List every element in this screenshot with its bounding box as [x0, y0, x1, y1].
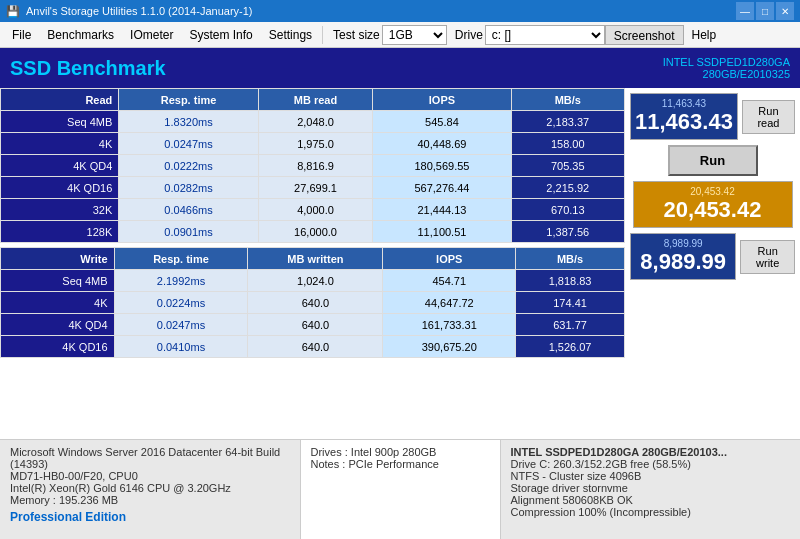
write-header-mb: MB written: [248, 248, 383, 270]
bottom-center: Drives : Intel 900p 280GB Notes : PCIe P…: [301, 440, 501, 539]
read-mbs: 158.00: [511, 133, 624, 155]
write-row-label: 4K QD4: [1, 314, 115, 336]
run-button[interactable]: Run: [668, 145, 758, 176]
read-table-row: 128K 0.0901ms 16,000.0 11,100.51 1,387.5…: [1, 221, 625, 243]
ssd-title: SSD Benchmark: [10, 57, 166, 80]
read-score-box: 11,463.43 11,463.43: [630, 93, 738, 140]
read-mbs: 2,215.92: [511, 177, 624, 199]
write-table-row: Seq 4MB 2.1992ms 1,024.0 454.71 1,818.83: [1, 270, 625, 292]
total-score-small: 20,453.42: [638, 186, 788, 197]
read-score-small: 11,463.43: [635, 98, 733, 109]
write-score-small: 8,989.99: [635, 238, 731, 249]
compression-info: Compression 100% (Incompressible): [511, 506, 791, 518]
read-row-label: Seq 4MB: [1, 111, 119, 133]
read-header-row: Read Resp. time MB read IOPS MB/s: [1, 89, 625, 111]
menu-settings[interactable]: Settings: [261, 25, 320, 45]
device-line2: 280GB/E2010325: [663, 68, 790, 80]
read-table-row: 32K 0.0466ms 4,000.0 21,444.13 670.13: [1, 199, 625, 221]
read-row-label: 128K: [1, 221, 119, 243]
total-score-big: 20,453.42: [638, 197, 788, 223]
read-header-resp: Resp. time: [119, 89, 258, 111]
read-iops: 21,444.13: [373, 199, 511, 221]
write-resp-time: 2.1992ms: [114, 270, 248, 292]
read-mb: 27,699.1: [258, 177, 373, 199]
write-mb: 640.0: [248, 292, 383, 314]
test-size-select[interactable]: 1GB 256MB 512MB 4GB: [382, 25, 447, 45]
read-table-row: 4K 0.0247ms 1,975.0 40,448.69 158.00: [1, 133, 625, 155]
main-content: SSD Benchmark INTEL SSDPED1D280GA 280GB/…: [0, 48, 800, 539]
sys-line4: Memory : 195.236 MB: [10, 494, 290, 506]
write-score-big: 8,989.99: [635, 249, 731, 275]
read-header-mb: MB read: [258, 89, 373, 111]
write-header-mbs: MB/s: [516, 248, 625, 270]
write-iops: 161,733.31: [383, 314, 516, 336]
read-header-iops: IOPS: [373, 89, 511, 111]
read-row-label: 32K: [1, 199, 119, 221]
ssd-device-info: INTEL SSDPED1D280GA 280GB/E2010325: [663, 56, 790, 80]
read-iops: 545.84: [373, 111, 511, 133]
drives-info: Drives : Intel 900p 280GB: [311, 446, 490, 458]
run-write-row: 8,989.99 8,989.99 Run write: [630, 233, 795, 280]
write-row-label: 4K QD16: [1, 336, 115, 358]
write-header-iops: IOPS: [383, 248, 516, 270]
menu-help[interactable]: Help: [684, 25, 725, 45]
write-iops: 390,675.20: [383, 336, 516, 358]
screenshot-button[interactable]: Screenshot: [605, 25, 684, 45]
read-score-big: 11,463.43: [635, 109, 733, 135]
sys-line3: Intel(R) Xeon(R) Gold 6146 CPU @ 3.20GHz: [10, 482, 290, 494]
benchmark-area: Read Resp. time MB read IOPS MB/s Seq 4M…: [0, 88, 625, 439]
write-table: Write Resp. time MB written IOPS MB/s Se…: [0, 247, 625, 358]
read-resp-time: 0.0901ms: [119, 221, 258, 243]
alignment-info: Alignment 580608KB OK: [511, 494, 791, 506]
storage-driver: Storage driver stornvme: [511, 482, 791, 494]
read-header-label: Read: [1, 89, 119, 111]
write-resp-time: 0.0224ms: [114, 292, 248, 314]
read-mb: 16,000.0: [258, 221, 373, 243]
write-resp-time: 0.0247ms: [114, 314, 248, 336]
bottom-right: INTEL SSDPED1D280GA 280GB/E20103... Driv…: [501, 440, 801, 539]
write-mb: 640.0: [248, 314, 383, 336]
read-resp-time: 0.0247ms: [119, 133, 258, 155]
read-resp-time: 0.0222ms: [119, 155, 258, 177]
read-iops: 180,569.55: [373, 155, 511, 177]
minimize-button[interactable]: —: [736, 2, 754, 20]
title-bar-text: Anvil's Storage Utilities 1.1.0 (2014-Ja…: [26, 5, 252, 17]
sys-line2: MD71-HB0-00/F20, CPU0: [10, 470, 290, 482]
read-iops: 40,448.69: [373, 133, 511, 155]
menu-iometer[interactable]: IOmeter: [122, 25, 181, 45]
write-mbs: 1,526.07: [516, 336, 625, 358]
sys-line1: Microsoft Windows Server 2016 Datacenter…: [10, 446, 290, 470]
run-read-button[interactable]: Run read: [742, 100, 795, 134]
run-write-button[interactable]: Run write: [740, 240, 795, 274]
pro-edition-label: Professional Edition: [10, 510, 290, 524]
test-size-label: Test size: [333, 28, 380, 42]
read-header-mbs: MB/s: [511, 89, 624, 111]
write-header-label: Write: [1, 248, 115, 270]
read-table-row: Seq 4MB 1.8320ms 2,048.0 545.84 2,183.37: [1, 111, 625, 133]
notes-info: Notes : PCIe Performance: [311, 458, 490, 470]
read-mbs: 2,183.37: [511, 111, 624, 133]
write-mbs: 631.77: [516, 314, 625, 336]
write-mb: 640.0: [248, 336, 383, 358]
read-resp-time: 0.0466ms: [119, 199, 258, 221]
menu-file[interactable]: File: [4, 25, 39, 45]
maximize-button[interactable]: □: [756, 2, 774, 20]
write-mb: 1,024.0: [248, 270, 383, 292]
menu-benchmarks[interactable]: Benchmarks: [39, 25, 122, 45]
write-table-row: 4K QD4 0.0247ms 640.0 161,733.31 631.77: [1, 314, 625, 336]
write-iops: 454.71: [383, 270, 516, 292]
write-mbs: 174.41: [516, 292, 625, 314]
ssd-header: SSD Benchmark INTEL SSDPED1D280GA 280GB/…: [0, 48, 800, 88]
run-read-row: 11,463.43 11,463.43 Run read: [630, 93, 795, 140]
write-score-box: 8,989.99 8,989.99: [630, 233, 736, 280]
read-table: Read Resp. time MB read IOPS MB/s Seq 4M…: [0, 88, 625, 243]
read-resp-time: 0.0282ms: [119, 177, 258, 199]
menu-bar: File Benchmarks IOmeter System Info Sett…: [0, 22, 800, 48]
close-button[interactable]: ✕: [776, 2, 794, 20]
write-resp-time: 0.0410ms: [114, 336, 248, 358]
drive-select[interactable]: c: []: [485, 25, 605, 45]
bottom-left: Microsoft Windows Server 2016 Datacenter…: [0, 440, 301, 539]
menu-system-info[interactable]: System Info: [181, 25, 260, 45]
menu-separator: [322, 26, 323, 44]
side-panel: 11,463.43 11,463.43 Run read Run 20,453.…: [625, 88, 800, 439]
